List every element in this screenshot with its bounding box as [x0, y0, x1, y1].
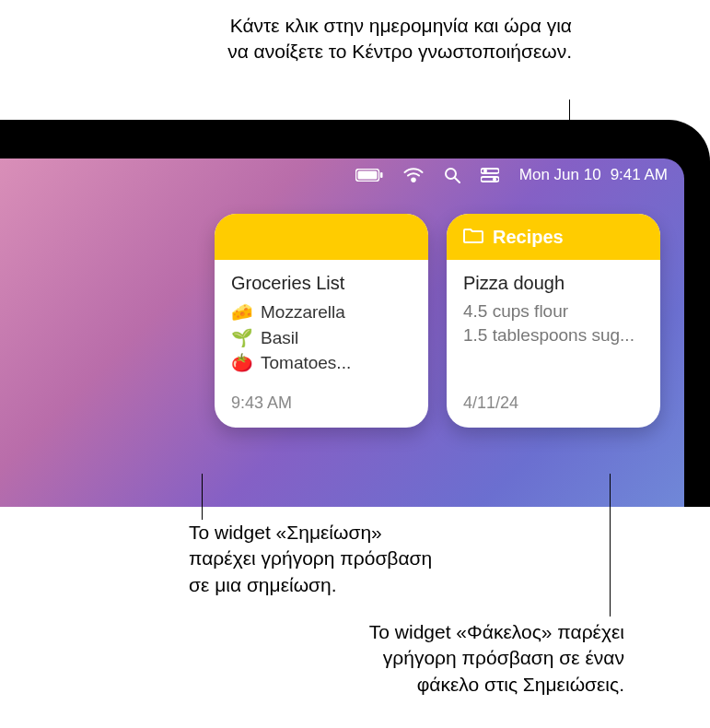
callout-datetime: Κάντε κλικ στην ημερομηνία και ώρα για ν… [222, 13, 572, 65]
note-items-list: 🧀 Mozzarella 🌱 Basil 🍅 Tomatoes... [231, 299, 412, 376]
list-item: 🍅 Tomatoes... [231, 350, 412, 376]
cheese-icon: 🧀 [231, 299, 253, 325]
folder-note-title: Pizza dough [463, 273, 644, 294]
menubar-datetime[interactable]: Mon Jun 10 9:41 AM [519, 166, 668, 184]
menubar: Mon Jun 10 9:41 AM [0, 159, 684, 192]
wifi-icon[interactable] [403, 159, 424, 192]
svg-line-5 [455, 178, 460, 182]
note-item-text: Basil [261, 325, 298, 351]
note-widget-header [215, 214, 428, 260]
desktop-screen: Mon Jun 10 9:41 AM Groceries List 🧀 Mozz… [0, 159, 684, 507]
notes-note-widget[interactable]: Groceries List 🧀 Mozzarella 🌱 Basil 🍅 [215, 214, 428, 428]
menubar-time: 9:41 AM [611, 166, 668, 184]
control-center-icon[interactable] [481, 159, 499, 192]
folder-name: Recipes [493, 227, 564, 248]
search-icon[interactable] [444, 159, 460, 192]
tomato-icon: 🍅 [231, 350, 253, 376]
callout-note-widget: Το widget «Σημείωση» παρέχει γρήγορη πρό… [189, 520, 433, 598]
callout-line-note [202, 474, 203, 520]
menubar-date: Mon Jun 10 [519, 166, 601, 184]
note-title: Groceries List [231, 273, 412, 294]
svg-point-7 [483, 170, 487, 173]
widgets-area: Groceries List 🧀 Mozzarella 🌱 Basil 🍅 [215, 214, 660, 428]
callout-line-folder [610, 474, 611, 616]
folder-widget-body: Pizza dough 4.5 cups flour 1.5 tablespoo… [447, 260, 660, 428]
callout-folder-widget: Το widget «Φάκελος» παρέχει γρήγορη πρόσ… [320, 619, 624, 698]
battery-icon[interactable] [355, 159, 383, 192]
svg-point-9 [493, 178, 496, 182]
folder-note-line: 1.5 tablespoons sug... [463, 323, 644, 347]
folder-note-line: 4.5 cups flour [463, 299, 644, 323]
list-item: 🌱 Basil [231, 325, 412, 351]
seedling-icon: 🌱 [231, 325, 253, 351]
note-widget-body: Groceries List 🧀 Mozzarella 🌱 Basil 🍅 [215, 260, 428, 428]
notes-folder-widget[interactable]: Recipes Pizza dough 4.5 cups flour 1.5 t… [447, 214, 660, 428]
folder-icon [463, 227, 483, 248]
folder-timestamp: 4/11/24 [463, 393, 644, 428]
folder-widget-header: Recipes [447, 214, 660, 260]
svg-point-3 [412, 178, 415, 182]
note-item-text: Tomatoes... [261, 350, 351, 376]
note-timestamp: 9:43 AM [231, 393, 412, 428]
list-item: 🧀 Mozzarella [231, 299, 412, 325]
device-frame: Mon Jun 10 9:41 AM Groceries List 🧀 Mozz… [0, 120, 710, 507]
svg-rect-1 [357, 171, 377, 180]
svg-rect-2 [380, 172, 383, 178]
note-item-text: Mozzarella [261, 299, 345, 325]
